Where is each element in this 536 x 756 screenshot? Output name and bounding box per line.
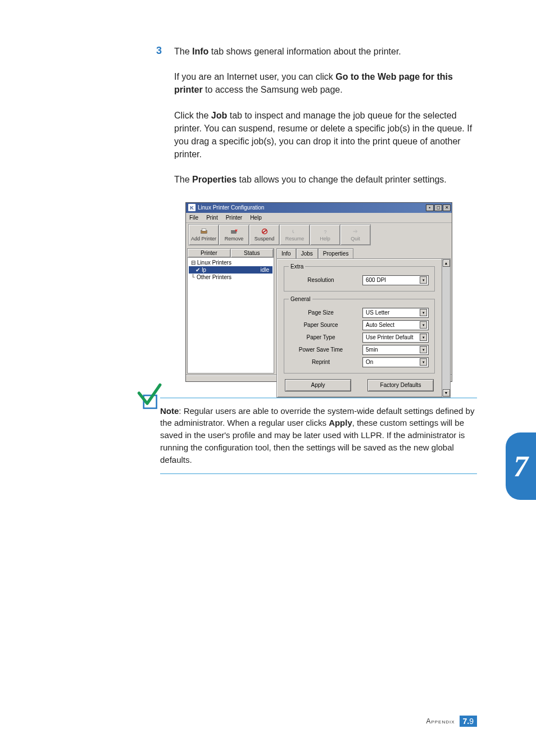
menubar: File Print Printer Help	[186, 213, 452, 223]
paragraph-web: If you are an Internet user, you can cli…	[174, 70, 477, 96]
tree-header-printer[interactable]: Printer	[188, 249, 231, 257]
legend-general: General	[289, 296, 312, 302]
toolbar-quit[interactable]: Quit	[340, 224, 371, 245]
help-icon: ?	[321, 228, 329, 235]
chevron-down-icon: ▾	[420, 358, 427, 366]
body-text: The Info tab shows general information a…	[174, 45, 477, 186]
select-resolution[interactable]: 600 DPI▾	[362, 275, 429, 285]
scroll-up-icon[interactable]: ▲	[443, 259, 450, 267]
note-checkmark-icon	[133, 381, 162, 411]
chevron-down-icon: ▾	[420, 321, 427, 329]
footer-page: 9	[469, 717, 474, 726]
scrollbar[interactable]: ▲ ▼	[442, 259, 450, 397]
footer-chapter: 7.	[463, 717, 470, 726]
chevron-down-icon: ▾	[420, 346, 427, 353]
svg-line-6	[262, 230, 266, 233]
toolbar-resume[interactable]: Resume	[279, 224, 310, 245]
chevron-down-icon: ▾	[420, 276, 427, 284]
paragraph-job: Click the Job tab to inspect and manage …	[174, 109, 477, 161]
embedded-screenshot: K Linux Printer Configuration ▪ ◻ ✕ File…	[185, 202, 452, 382]
chevron-down-icon: ▾	[420, 334, 427, 341]
note-block: Note: Regular users are able to override…	[160, 398, 477, 475]
menu-printer[interactable]: Printer	[226, 215, 242, 221]
menu-print[interactable]: Print	[206, 215, 218, 221]
window-title: Linux Printer Configuration	[198, 204, 264, 211]
row-resolution: Resolution 600 DPI▾	[289, 275, 430, 285]
svg-text:?: ?	[324, 229, 326, 235]
scroll-down-icon[interactable]: ▼	[443, 389, 450, 397]
toolbar-help[interactable]: ? Help	[310, 224, 340, 245]
toolbar-add-printer[interactable]: Add Printer	[188, 224, 219, 245]
chevron-down-icon: ▾	[420, 309, 427, 316]
step-number: 3	[156, 45, 162, 57]
select-reprint[interactable]: On▾	[362, 357, 429, 367]
fieldset-extra: Extra Resolution 600 DPI▾	[284, 263, 435, 292]
row-paper-type: Paper Type Use Printer Default▾	[289, 333, 430, 343]
tree-other[interactable]: └ Other Printers	[189, 274, 272, 281]
svg-rect-1	[202, 229, 206, 231]
toolbar-remove[interactable]: Remove	[219, 224, 249, 245]
printer-remove-icon	[230, 228, 238, 235]
select-paper-source[interactable]: Auto Select▾	[362, 320, 429, 330]
toolbar: Add Printer Remove Suspend Resume ? Help…	[186, 223, 452, 247]
printer-add-icon	[200, 228, 208, 235]
quit-icon	[352, 228, 360, 235]
paragraph-info: The Info tab shows general information a…	[174, 45, 477, 58]
fieldset-general: General Page Size US Letter▾ Paper Sourc…	[284, 296, 435, 374]
row-power-save: Power Save Time 5min▾	[289, 345, 430, 355]
menu-file[interactable]: File	[189, 215, 198, 221]
printer-tree: Printer Status ⊟ Linux Printers ✔ lp idl…	[187, 248, 274, 374]
factory-defaults-button[interactable]: Factory Defaults	[367, 379, 434, 391]
select-paper-type[interactable]: Use Printer Default▾	[362, 333, 429, 343]
close-button[interactable]: ✕	[443, 204, 451, 211]
select-page-size[interactable]: US Letter▾	[362, 308, 429, 318]
tree-item-lp[interactable]: ✔ lp idle	[189, 266, 272, 274]
minimize-button[interactable]: ▪	[426, 204, 434, 211]
tree-header-status[interactable]: Status	[231, 249, 274, 257]
tab-jobs[interactable]: Jobs	[296, 248, 318, 258]
suspend-icon	[261, 228, 269, 235]
tree-root[interactable]: ⊟ Linux Printers	[189, 259, 272, 266]
legend-extra: Extra	[289, 263, 305, 270]
paragraph-properties: The Properties tab allows you to change …	[174, 173, 477, 186]
toolbar-suspend[interactable]: Suspend	[249, 224, 280, 245]
row-paper-source: Paper Source Auto Select▾	[289, 320, 430, 330]
tab-info[interactable]: Info	[276, 248, 296, 258]
apply-button[interactable]: Apply	[285, 379, 351, 391]
menu-help[interactable]: Help	[250, 215, 262, 221]
footer-section: Appendix	[426, 717, 455, 725]
note-label: Note	[160, 406, 179, 416]
select-power-save[interactable]: 5min▾	[362, 345, 429, 355]
maximize-button[interactable]: ◻	[434, 204, 442, 211]
resume-icon	[291, 228, 299, 235]
chapter-thumb-tab: 7	[506, 432, 536, 500]
right-panel: Info Jobs Properties Extra Resolution 60…	[276, 248, 451, 374]
app-icon: K	[188, 204, 196, 211]
row-reprint: Reprint On▾	[289, 357, 430, 367]
tab-properties[interactable]: Properties	[318, 248, 354, 258]
window-title-bar: K Linux Printer Configuration ▪ ◻ ✕	[186, 203, 452, 213]
page-footer: Appendix 7.9	[426, 716, 477, 727]
row-page-size: Page Size US Letter▾	[289, 308, 430, 318]
